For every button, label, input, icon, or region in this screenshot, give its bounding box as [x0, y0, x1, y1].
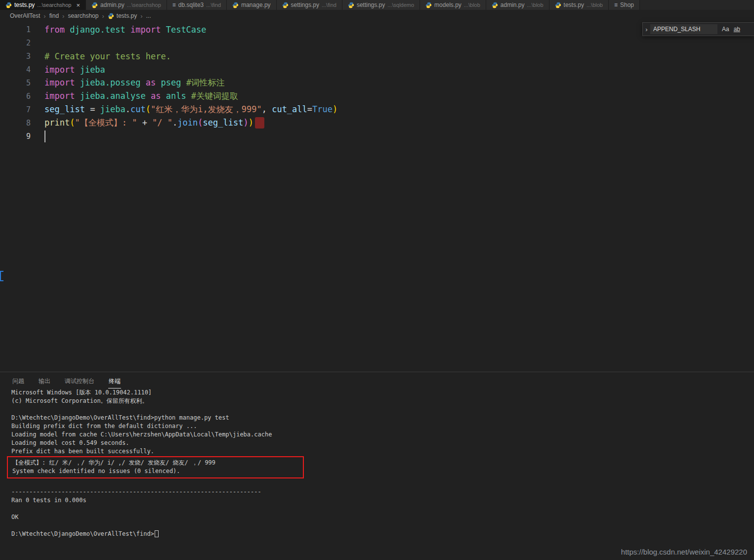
code-row: 9: [0, 129, 754, 143]
line-number: 7: [0, 105, 31, 114]
code-lines: 1from django.test import TestCase23# Cre…: [0, 23, 754, 143]
breadcrumb-item[interactable]: tests.py: [108, 12, 137, 19]
database-icon: ≡: [614, 1, 618, 8]
terminal-line: Loading model cost 0.549 seconds.: [11, 439, 754, 447]
terminal-line: OK: [11, 513, 754, 521]
tab-tests.py[interactable]: tests.py...\searchshop×: [0, 0, 86, 10]
line-number: 2: [0, 39, 31, 47]
breadcrumb: OverAllTest›find›searchshop›tests.py›...: [0, 10, 754, 22]
line-number: 6: [0, 92, 31, 101]
whole-word-icon[interactable]: ab: [734, 26, 740, 33]
breadcrumb-separator-icon: ›: [102, 12, 104, 20]
terminal-line: Microsoft Windows [版本 10.0.19042.1110]: [11, 388, 754, 397]
tab-Shop[interactable]: ≡Shop: [609, 0, 640, 10]
breadcrumb-item[interactable]: searchshop: [68, 12, 98, 19]
bottom-panel: 问题输出调试控制台终端 Microsoft Windows [版本 10.0.1…: [0, 372, 754, 560]
tab-models.py[interactable]: models.py...\blob: [420, 0, 486, 10]
tab-db.sqlite3[interactable]: ≡db.sqlite3...\find: [167, 0, 227, 10]
tab-admin.py[interactable]: admin.py...\blob: [486, 0, 549, 10]
terminal-line: Ran 0 tests in 0.000s: [11, 496, 754, 505]
code-line: import jieba: [44, 65, 105, 75]
find-widget: › Aa ab: [642, 22, 754, 36]
code-row: 7seg_list = jieba.cut("红米，华为i,发烧友，999", …: [0, 103, 754, 116]
breadcrumb-label: find: [49, 12, 59, 19]
code-row: 3# Create your tests here.: [0, 49, 754, 63]
tab-description: ...\blob: [586, 2, 603, 8]
terminal-line: (c) Microsoft Corporation。保留所有权利。: [11, 397, 754, 405]
code-line: import jieba.analyse as anls #关键词提取: [44, 90, 238, 102]
code-line: seg_list = jieba.cut("红米，华为i,发烧友，999", c…: [44, 104, 337, 115]
tab-settings.py[interactable]: settings.py...\find: [277, 0, 342, 10]
tab-label: models.py: [434, 1, 461, 8]
python-icon: [348, 2, 354, 8]
tab-manage.py[interactable]: manage.py: [227, 0, 276, 10]
code-line: from django.test import TestCase: [44, 25, 207, 35]
breadcrumb-label: tests.py: [117, 12, 137, 19]
breadcrumb-separator-icon: ›: [140, 12, 142, 20]
python-icon: [108, 13, 114, 19]
tab-description: ...\sqldemo: [387, 2, 414, 8]
find-toggle-chevron-icon[interactable]: ›: [643, 26, 650, 33]
line-number: 9: [0, 132, 31, 141]
tab-description: ...\find: [322, 2, 336, 8]
tab-admin.py[interactable]: admin.py...\searchshop: [86, 0, 167, 10]
code-row: 8print("【全模式】: " + "/ ".join(seg_list)): [0, 116, 754, 129]
left-edge-marker: [0, 271, 3, 281]
terminal-line: D:\Wtechtec\DjangoDemo\OverAllTest\find>…: [11, 414, 754, 422]
code-line: print("【全模式】: " + "/ ".join(seg_list)): [44, 117, 264, 129]
terminal-line: [11, 405, 754, 414]
panel-tab-调试控制台[interactable]: 调试控制台: [64, 373, 95, 388]
terminal-line: Building prefix dict from the default di…: [11, 422, 754, 431]
tab-tests.py[interactable]: tests.py...\blob: [549, 0, 609, 10]
close-icon[interactable]: ×: [76, 2, 80, 8]
terminal-line: [11, 479, 754, 488]
terminal-cursor: [155, 530, 159, 537]
line-number: 3: [0, 52, 31, 61]
python-icon: [232, 2, 239, 8]
vscode-window: tests.py...\searchshop×admin.py...\searc…: [0, 0, 754, 560]
terminal-output[interactable]: Microsoft Windows [版本 10.0.19042.1110](c…: [0, 388, 754, 538]
terminal-highlight-box: 【全模式】: 红/ 米/ ，/ 华为/ i/ ,/ 发烧/ 发烧友/ 烧友/ ，…: [7, 456, 304, 478]
breadcrumb-label: OverAllTest: [10, 12, 40, 19]
breadcrumb-item[interactable]: ...: [146, 12, 151, 19]
terminal-line: [11, 505, 754, 513]
code-row: 5import jieba.posseg as pseg #词性标注: [0, 76, 754, 89]
breadcrumb-item[interactable]: find: [49, 12, 59, 19]
code-editor[interactable]: 1from django.test import TestCase23# Cre…: [0, 22, 754, 372]
python-icon: [425, 2, 432, 8]
line-number: 5: [0, 79, 31, 87]
match-case-icon[interactable]: Aa: [722, 26, 729, 33]
python-icon: [555, 2, 561, 8]
terminal-line: 【全模式】: 红/ 米/ ，/ 华为/ i/ ,/ 发烧/ 发烧友/ 烧友/ ，…: [12, 459, 303, 467]
breadcrumb-label: ...: [146, 12, 151, 19]
tab-settings.py[interactable]: settings.py...\sqldemo: [342, 0, 420, 10]
find-input[interactable]: [650, 24, 717, 34]
tab-label: tests.py: [564, 1, 584, 8]
editor-caret-icon: [44, 130, 45, 142]
tab-description: ...\find: [206, 2, 221, 8]
code-line: import jieba.posseg as pseg #词性标注: [44, 77, 225, 88]
panel-tab-终端[interactable]: 终端: [108, 373, 121, 388]
python-icon: [492, 2, 498, 8]
tab-description: ...\searchshop: [127, 2, 161, 8]
breadcrumb-separator-icon: ›: [62, 12, 64, 20]
line-number: 1: [0, 25, 31, 34]
panel-tab-输出[interactable]: 输出: [38, 373, 51, 388]
tab-label: settings.py: [357, 1, 385, 8]
database-icon: ≡: [172, 1, 176, 8]
python-icon: [91, 2, 98, 8]
tab-description: ...\blob: [527, 2, 544, 8]
breadcrumb-separator-icon: ›: [43, 12, 45, 20]
terminal-line: Prefix dict has been built successfully.: [11, 447, 754, 456]
tab-description: ...\searchshop: [37, 2, 71, 8]
terminal-prompt[interactable]: D:\Wtechtec\DjangoDemo\OverAllTest\find>: [11, 530, 754, 538]
tab-label: db.sqlite3: [178, 1, 204, 8]
terminal-line: System check identified no issues (0 sil…: [12, 467, 303, 475]
breadcrumb-label: searchshop: [68, 12, 98, 19]
breadcrumb-item[interactable]: OverAllTest: [10, 12, 40, 19]
code-row: 1from django.test import TestCase: [0, 23, 754, 36]
panel-tab-bar: 问题输出调试控制台终端: [0, 372, 754, 388]
code-row: 2: [0, 36, 754, 49]
tab-label: settings.py: [291, 1, 319, 8]
panel-tab-问题[interactable]: 问题: [12, 373, 25, 388]
